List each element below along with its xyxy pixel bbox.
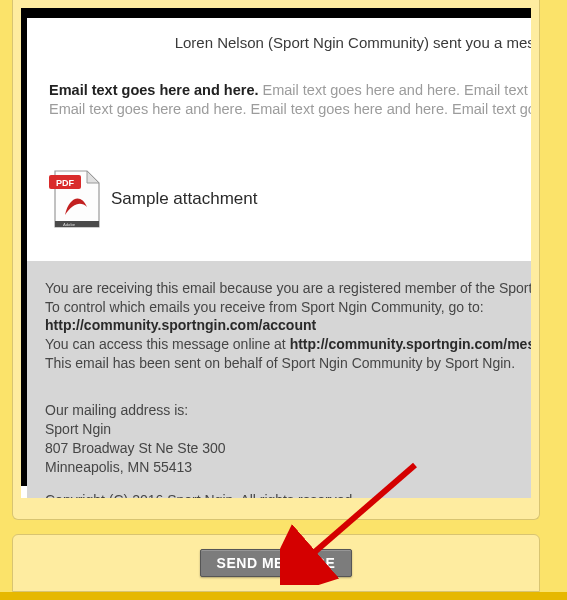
footer-link-account[interactable]: http://community.sportngin.com/account: [45, 316, 531, 335]
svg-text:Adobe: Adobe: [63, 221, 76, 226]
email-from-line: Loren Nelson (Sport Ngin Community) sent…: [27, 28, 531, 71]
footer-line4: This email has been sent on behalf of Sp…: [45, 354, 531, 373]
footer-link-message[interactable]: http://community.sportngin.com/messages: [290, 336, 531, 352]
addr-city: Minneapolis, MN 55413: [45, 458, 531, 477]
svg-rect-4: [55, 221, 99, 227]
pdf-icon: PDF Adobe: [47, 167, 103, 231]
email-scroll-viewport[interactable]: Loren Nelson (Sport Ngin Community) sent…: [21, 8, 531, 498]
footer-line2: To control which emails you receive from…: [45, 298, 531, 317]
send-message-button[interactable]: SEND MESSAGE: [200, 549, 353, 577]
footer-copyright: Copyright (C) 2016 Sport Ngin. All right…: [45, 491, 531, 498]
email-preview-panel: Loren Nelson (Sport Ngin Community) sent…: [12, 0, 540, 520]
footer-line3: You can access this message online at ht…: [45, 335, 531, 354]
attachment-label: Sample attachment: [111, 189, 257, 209]
svg-text:PDF: PDF: [56, 177, 75, 187]
body-lead-strong: Email text goes here and here.: [49, 82, 259, 98]
attachment-row[interactable]: PDF Adobe Sample attachment: [27, 139, 531, 261]
bottom-accent-bar: [0, 592, 567, 600]
email-frame: Loren Nelson (Sport Ngin Community) sent…: [21, 8, 531, 486]
footer-address-block: Our mailing address is: Sport Ngin 807 B…: [45, 401, 531, 477]
email-footer: You are receiving this email because you…: [27, 261, 531, 498]
addr-label: Our mailing address is:: [45, 401, 531, 420]
email-body-white: Loren Nelson (Sport Ngin Community) sent…: [27, 18, 531, 498]
email-body-text: Email text goes here and here. Email tex…: [27, 71, 531, 139]
footer-line1: You are receiving this email because you…: [45, 279, 531, 298]
addr-street: 807 Broadway St Ne Ste 300: [45, 439, 531, 458]
app-root: Loren Nelson (Sport Ngin Community) sent…: [0, 0, 567, 600]
action-bar: SEND MESSAGE: [12, 534, 540, 592]
footer-line3-pre: You can access this message online at: [45, 336, 290, 352]
addr-name: Sport Ngin: [45, 420, 531, 439]
svg-marker-1: [87, 171, 99, 183]
frame-top-bar: [27, 8, 531, 18]
